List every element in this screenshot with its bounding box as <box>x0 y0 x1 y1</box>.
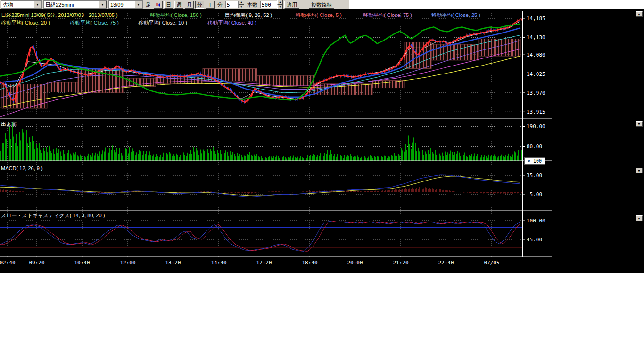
apply-button[interactable]: 適用 <box>284 1 299 9</box>
count-spinner[interactable]: ▲ ▼ <box>277 0 283 9</box>
svg-text:移動平均( Close, 40 ): 移動平均( Close, 40 ) <box>207 20 256 25</box>
minute-unit-label: 分 <box>217 1 223 8</box>
minute-spinner[interactable]: ▲ ▼ <box>239 0 244 9</box>
svg-text:スロー・ストキャスティクス( 14, 3, 80, 20 ): スロー・ストキャスティクス( 14, 3, 80, 20 ) <box>1 213 105 218</box>
svg-text:17:20: 17:20 <box>256 260 272 266</box>
macd-pane-menu-button[interactable]: ▼ <box>636 168 643 173</box>
svg-text:-5.00: -5.00 <box>527 191 542 197</box>
spinner-down-icon[interactable]: ▼ <box>239 5 244 9</box>
stoch-pane-menu-button[interactable]: ▼ <box>636 215 643 221</box>
svg-text:14,130: 14,130 <box>527 34 545 41</box>
bar-count-label: 本数 <box>247 1 257 8</box>
price-pane-menu-button[interactable]: ▼ <box>636 11 643 17</box>
chevron-down-icon[interactable]: ▼ <box>33 1 41 8</box>
svg-text:移動平均( Close, 75 ): 移動平均( Close, 75 ) <box>70 20 119 25</box>
svg-text:出来高: 出来高 <box>1 121 17 127</box>
svg-text:10:40: 10:40 <box>74 260 90 266</box>
svg-text:日経225mini 13/09( 5分, 2013/07/0: 日経225mini 13/09( 5分, 2013/07/03 - 2013/0… <box>1 12 118 18</box>
period-tick-button[interactable]: T <box>206 1 215 9</box>
svg-text:02:40: 02:40 <box>0 260 16 266</box>
volume-multiplier-badge: × 100 <box>524 157 545 165</box>
candlestick-icon <box>156 2 161 8</box>
period-minute-button[interactable]: 分 <box>195 1 204 9</box>
period-day-button[interactable]: 日 <box>164 1 173 9</box>
svg-text:35.00: 35.00 <box>527 173 542 179</box>
svg-text:14,025: 14,025 <box>527 71 545 77</box>
empty-workspace <box>0 273 644 362</box>
svg-text:12:00: 12:00 <box>120 260 135 266</box>
macd-pane <box>0 175 521 197</box>
period-week-button[interactable]: 週 <box>174 1 183 9</box>
svg-text:80.00: 80.00 <box>527 143 542 149</box>
symbol-value: 日経225mini <box>44 1 99 8</box>
spinner-up-icon[interactable]: ▲ <box>277 0 283 5</box>
svg-text:13:20: 13:20 <box>165 260 181 266</box>
instrument-type-dropdown[interactable]: 先物 ▼ <box>1 0 42 9</box>
svg-text:18:40: 18:40 <box>302 260 317 266</box>
moving-averages <box>0 19 520 117</box>
spinner-up-icon[interactable]: ▲ <box>239 0 244 5</box>
svg-text:13,915: 13,915 <box>527 109 545 115</box>
svg-text:21:20: 21:20 <box>393 260 408 266</box>
chevron-down-icon[interactable]: ▼ <box>134 1 142 8</box>
contract-month-value: 13/09 <box>109 2 134 8</box>
svg-text:一目均衡表( 9, 26, 52 ): 一目均衡表( 9, 26, 52 ) <box>220 12 272 18</box>
svg-text:移動平均( Close, 20 ): 移動平均( Close, 20 ) <box>1 20 50 25</box>
chevron-down-icon[interactable]: ▼ <box>99 1 107 8</box>
svg-text:移動平均( Close, 5 ): 移動平均( Close, 5 ) <box>296 12 342 18</box>
svg-text:100.00: 100.00 <box>527 218 545 224</box>
svg-text:移動平均( Close, 10 ): 移動平均( Close, 10 ) <box>138 20 187 25</box>
multi-symbol-button[interactable]: 複数銘柄 <box>309 1 334 9</box>
svg-text:移動平均( Close, 25 ): 移動平均( Close, 25 ) <box>431 12 480 18</box>
svg-text:45.00: 45.00 <box>527 237 542 243</box>
chart-area: 14,18514,13014,08014,02513,97013,915190.… <box>0 9 644 273</box>
period-month-button[interactable]: 月 <box>185 1 194 9</box>
svg-text:20:00: 20:00 <box>347 260 363 266</box>
svg-text:14,185: 14,185 <box>527 16 545 22</box>
volume-pane-menu-button[interactable]: ▼ <box>636 121 643 127</box>
svg-text:14:40: 14:40 <box>211 260 226 266</box>
svg-text:09:20: 09:20 <box>29 260 44 266</box>
toolbar: 先物 ▼ 日経225mini ▼ 13/09 ▼ 足 日 週 月 分 T 分 ▲… <box>0 0 349 9</box>
svg-text:MACD( 12, 26, 9 ): MACD( 12, 26, 9 ) <box>1 165 43 171</box>
svg-text:14,080: 14,080 <box>527 52 545 58</box>
svg-text:190.00: 190.00 <box>527 123 545 130</box>
volume-bars <box>0 122 522 161</box>
legend: 日経225mini 13/09( 5分, 2013/07/03 - 2013/0… <box>1 12 480 25</box>
svg-text:13,970: 13,970 <box>527 90 545 96</box>
chart-style-button[interactable] <box>154 1 163 9</box>
svg-text:移動平均( Close, 75 ): 移動平均( Close, 75 ) <box>363 12 412 18</box>
spinner-down-icon[interactable]: ▼ <box>277 5 283 9</box>
bar-type-label: 足 <box>146 1 151 8</box>
minute-value-input[interactable] <box>225 1 239 8</box>
instrument-type-value: 先物 <box>1 1 33 8</box>
symbol-dropdown[interactable]: 日経225mini ▼ <box>43 0 107 9</box>
bar-count-input[interactable] <box>260 1 277 8</box>
svg-text:22:40: 22:40 <box>438 260 454 266</box>
stochastics-pane <box>0 222 522 252</box>
svg-text:07/05: 07/05 <box>484 260 499 266</box>
contract-month-dropdown[interactable]: 13/09 ▼ <box>108 0 143 9</box>
chart-canvas: 14,18514,13014,08014,02513,97013,915190.… <box>0 9 644 273</box>
svg-text:移動平均( Close, 150 ): 移動平均( Close, 150 ) <box>150 12 202 18</box>
